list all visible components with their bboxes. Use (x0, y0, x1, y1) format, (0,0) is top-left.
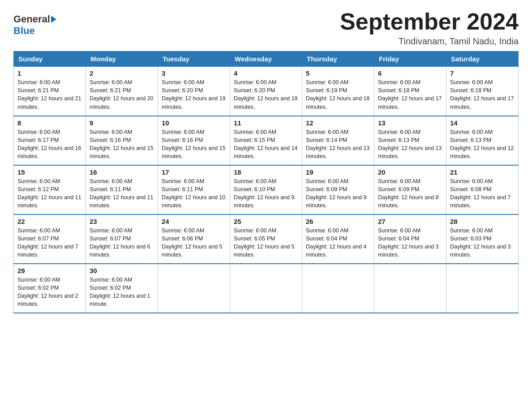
day-info: Sunrise: 6:00 AMSunset: 6:17 PMDaylight:… (17, 128, 82, 161)
day-number: 7 (450, 69, 515, 77)
day-info: Sunrise: 6:00 AMSunset: 6:18 PMDaylight:… (378, 78, 442, 111)
day-number: 24 (162, 218, 226, 225)
day-number: 5 (306, 69, 370, 77)
day-cell-5: 5Sunrise: 6:00 AMSunset: 6:19 PMDaylight… (302, 67, 374, 116)
day-info: Sunrise: 6:00 AMSunset: 6:20 PMDaylight:… (234, 78, 298, 111)
empty-cell (446, 264, 519, 313)
day-info: Sunrise: 6:00 AMSunset: 6:07 PMDaylight:… (17, 227, 82, 259)
day-info: Sunrise: 6:00 AMSunset: 6:13 PMDaylight:… (450, 128, 515, 161)
day-cell-27: 27Sunrise: 6:00 AMSunset: 6:04 PMDayligh… (374, 214, 446, 264)
day-cell-8: 8Sunrise: 6:00 AMSunset: 6:17 PMDaylight… (14, 116, 86, 165)
day-cell-2: 2Sunrise: 6:00 AMSunset: 6:21 PMDaylight… (86, 67, 158, 116)
day-info: Sunrise: 6:00 AMSunset: 6:12 PMDaylight:… (17, 177, 82, 210)
day-info: Sunrise: 6:00 AMSunset: 6:20 PMDaylight:… (162, 78, 226, 111)
day-number: 13 (378, 119, 442, 127)
day-number: 26 (306, 218, 370, 225)
day-number: 1 (17, 69, 82, 77)
day-number: 12 (306, 119, 370, 127)
header-tuesday: Tuesday (158, 51, 230, 67)
header-row: SundayMondayTuesdayWednesdayThursdayFrid… (14, 51, 519, 67)
day-info: Sunrise: 6:00 AMSunset: 6:02 PMDaylight:… (90, 276, 154, 308)
day-number: 25 (234, 218, 298, 225)
day-cell-6: 6Sunrise: 6:00 AMSunset: 6:18 PMDaylight… (374, 67, 446, 116)
day-info: Sunrise: 6:00 AMSunset: 6:16 PMDaylight:… (90, 128, 154, 161)
header-wednesday: Wednesday (230, 51, 302, 67)
day-number: 27 (378, 218, 442, 225)
day-cell-24: 24Sunrise: 6:00 AMSunset: 6:06 PMDayligh… (158, 214, 230, 264)
header-sunday: Sunday (14, 51, 86, 67)
day-cell-1: 1Sunrise: 6:00 AMSunset: 6:21 PMDaylight… (14, 67, 86, 116)
day-number: 6 (378, 69, 442, 77)
logo-triangle-icon (51, 16, 56, 23)
day-number: 11 (234, 119, 298, 127)
header-saturday: Saturday (446, 51, 519, 67)
day-cell-25: 25Sunrise: 6:00 AMSunset: 6:05 PMDayligh… (230, 214, 302, 264)
logo-blue-text: Blue (13, 25, 35, 37)
day-info: Sunrise: 6:00 AMSunset: 6:07 PMDaylight:… (90, 227, 154, 259)
day-cell-9: 9Sunrise: 6:00 AMSunset: 6:16 PMDaylight… (86, 116, 158, 165)
day-cell-15: 15Sunrise: 6:00 AMSunset: 6:12 PMDayligh… (14, 165, 86, 214)
day-number: 20 (378, 168, 442, 176)
day-cell-16: 16Sunrise: 6:00 AMSunset: 6:11 PMDayligh… (86, 165, 158, 214)
day-info: Sunrise: 6:00 AMSunset: 6:15 PMDaylight:… (234, 128, 298, 161)
day-number: 10 (162, 119, 226, 127)
day-cell-7: 7Sunrise: 6:00 AMSunset: 6:18 PMDaylight… (446, 67, 519, 116)
day-info: Sunrise: 6:00 AMSunset: 6:05 PMDaylight:… (234, 227, 298, 259)
day-info: Sunrise: 6:00 AMSunset: 6:18 PMDaylight:… (450, 78, 515, 111)
day-cell-19: 19Sunrise: 6:00 AMSunset: 6:09 PMDayligh… (302, 165, 374, 214)
empty-cell (158, 264, 230, 313)
day-info: Sunrise: 6:00 AMSunset: 6:06 PMDaylight:… (162, 227, 226, 259)
day-info: Sunrise: 6:00 AMSunset: 6:08 PMDaylight:… (450, 177, 515, 210)
page-header: General Blue September 2024 Tindivanam, … (13, 9, 519, 47)
day-number: 17 (162, 168, 226, 176)
day-number: 29 (17, 267, 82, 274)
month-title: September 2024 (340, 9, 519, 34)
day-info: Sunrise: 6:00 AMSunset: 6:04 PMDaylight:… (306, 227, 370, 259)
day-number: 9 (90, 119, 154, 127)
week-row-3: 15Sunrise: 6:00 AMSunset: 6:12 PMDayligh… (14, 165, 519, 214)
logo-general-text: General (13, 13, 50, 25)
day-cell-18: 18Sunrise: 6:00 AMSunset: 6:10 PMDayligh… (230, 165, 302, 214)
empty-cell (302, 264, 374, 313)
day-number: 28 (450, 218, 515, 225)
day-cell-10: 10Sunrise: 6:00 AMSunset: 6:16 PMDayligh… (158, 116, 230, 165)
day-number: 3 (162, 69, 226, 77)
day-number: 21 (450, 168, 515, 176)
day-info: Sunrise: 6:00 AMSunset: 6:11 PMDaylight:… (162, 177, 226, 210)
day-number: 19 (306, 168, 370, 176)
day-cell-28: 28Sunrise: 6:00 AMSunset: 6:03 PMDayligh… (446, 214, 519, 264)
week-row-2: 8Sunrise: 6:00 AMSunset: 6:17 PMDaylight… (14, 116, 519, 165)
day-number: 14 (450, 119, 515, 127)
logo: General Blue (13, 13, 56, 37)
day-cell-13: 13Sunrise: 6:00 AMSunset: 6:13 PMDayligh… (374, 116, 446, 165)
day-info: Sunrise: 6:00 AMSunset: 6:19 PMDaylight:… (306, 78, 370, 111)
day-cell-14: 14Sunrise: 6:00 AMSunset: 6:13 PMDayligh… (446, 116, 519, 165)
empty-cell (230, 264, 302, 313)
header-friday: Friday (374, 51, 446, 67)
day-number: 23 (90, 218, 154, 225)
day-cell-3: 3Sunrise: 6:00 AMSunset: 6:20 PMDaylight… (158, 67, 230, 116)
day-cell-4: 4Sunrise: 6:00 AMSunset: 6:20 PMDaylight… (230, 67, 302, 116)
location-text: Tindivanam, Tamil Nadu, India (340, 36, 519, 47)
day-number: 16 (90, 168, 154, 176)
day-number: 30 (90, 267, 154, 274)
header-thursday: Thursday (302, 51, 374, 67)
day-cell-29: 29Sunrise: 6:00 AMSunset: 6:02 PMDayligh… (14, 264, 86, 313)
day-cell-30: 30Sunrise: 6:00 AMSunset: 6:02 PMDayligh… (86, 264, 158, 313)
day-cell-22: 22Sunrise: 6:00 AMSunset: 6:07 PMDayligh… (14, 214, 86, 264)
day-number: 2 (90, 69, 154, 77)
day-info: Sunrise: 6:00 AMSunset: 6:04 PMDaylight:… (378, 227, 442, 259)
week-row-4: 22Sunrise: 6:00 AMSunset: 6:07 PMDayligh… (14, 214, 519, 264)
title-block: September 2024 Tindivanam, Tamil Nadu, I… (340, 9, 519, 47)
week-row-1: 1Sunrise: 6:00 AMSunset: 6:21 PMDaylight… (14, 67, 519, 116)
day-info: Sunrise: 6:00 AMSunset: 6:10 PMDaylight:… (234, 177, 298, 210)
day-number: 18 (234, 168, 298, 176)
day-number: 15 (17, 168, 82, 176)
day-info: Sunrise: 6:00 AMSunset: 6:14 PMDaylight:… (306, 128, 370, 161)
day-cell-26: 26Sunrise: 6:00 AMSunset: 6:04 PMDayligh… (302, 214, 374, 264)
day-cell-21: 21Sunrise: 6:00 AMSunset: 6:08 PMDayligh… (446, 165, 519, 214)
day-cell-23: 23Sunrise: 6:00 AMSunset: 6:07 PMDayligh… (86, 214, 158, 264)
header-monday: Monday (86, 51, 158, 67)
week-row-5: 29Sunrise: 6:00 AMSunset: 6:02 PMDayligh… (14, 264, 519, 313)
empty-cell (374, 264, 446, 313)
